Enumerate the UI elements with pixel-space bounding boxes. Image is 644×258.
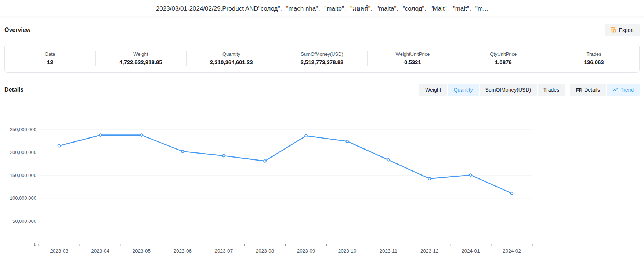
x-axis-label: 2023-08 [256,248,274,254]
x-axis-label: 2023-09 [297,248,315,254]
data-point [140,134,143,136]
y-axis-label: 150,000,000 [10,173,36,178]
data-point [222,155,225,157]
stat-value: 4,722,632,918.85 [119,59,162,65]
tab-details-view[interactable]: Details [570,84,606,96]
stat-trades: Trades 136,063 [549,44,639,72]
trend-icon [612,87,618,93]
tab-trades[interactable]: Trades [538,84,565,96]
stat-weight: Weight 4,722,632,918.85 [95,44,186,72]
x-axis-label: 2024-01 [462,248,480,254]
stat-label: Weight [133,51,148,57]
stat-date: Date 12 [5,44,95,72]
stat-label: SumOfMoney(USD) [301,51,343,57]
x-axis-label: 2023-10 [338,248,357,254]
data-point [511,192,513,195]
export-icon [611,27,616,33]
stat-value: 1.0876 [495,59,512,65]
stat-weight-unit-price: WeightUnitPrice 0.5321 [367,44,458,72]
top-title-bar: 2023/03/01-2024/02/29,Product AND"солод"… [0,0,644,16]
stat-value: 2,512,773,378.82 [301,59,344,65]
trend-chart[interactable]: 50,000,000100,000,000150,000,000200,000,… [4,102,538,258]
details-heading: Details [4,86,23,93]
table-icon [576,87,582,93]
y-axis-label: 50,000,000 [12,218,36,224]
data-point [305,134,307,137]
y-axis-label: 200,000,000 [10,150,36,155]
stat-value: 2,310,364,601.23 [210,59,253,65]
x-axis-label: 2023-03 [50,248,68,254]
overview-stats-card: Date 12 Weight 4,722,632,918.85 Quantity… [4,44,640,73]
details-controls: Weight Quantity SumOfMoney(USD) Trades D… [419,84,640,96]
tab-sum-of-money[interactable]: SumOfMoney(USD) [480,84,537,96]
x-axis-label: 2023-06 [174,248,192,254]
stat-label: QtyUnitPrice [490,51,517,57]
x-axis-label: 2023-12 [420,248,439,254]
trend-line [59,135,512,194]
stat-qty-unit-price: QtyUnitPrice 1.0876 [458,44,549,72]
x-axis-label: 2023-05 [132,248,151,254]
overview-header-row: Overview Export [4,24,640,36]
x-axis-label: 2023-04 [91,248,109,254]
stat-label: Date [45,51,55,57]
x-axis-label: 2024-02 [503,248,521,254]
page-title: 2023/03/01-2024/02/29,Product AND"солод"… [156,3,488,13]
trend-chart-area: 50,000,000100,000,000150,000,000200,000,… [4,102,640,258]
data-point [181,150,184,153]
y-axis-label: 0 [34,242,36,247]
view-tab-group: Details Trend [570,84,640,96]
y-axis-label: 100,000,000 [10,195,36,201]
export-button-label: Export [619,27,634,33]
data-point [346,140,348,143]
data-point [428,177,431,180]
tab-trend-view[interactable]: Trend [607,84,640,96]
tab-weight[interactable]: Weight [419,84,447,96]
x-axis-label: 2023-11 [379,248,397,254]
stat-quantity: Quantity 2,310,364,601.23 [186,44,277,72]
stat-label: Quantity [222,51,240,57]
stat-value: 12 [47,59,53,65]
y-axis-label: 250,000,000 [10,127,36,132]
main-content: Overview Export Date 12 Weight 4,722,632… [0,24,644,258]
data-point [264,160,266,162]
stat-value: 0.5321 [404,59,421,65]
data-point [58,145,61,147]
tab-quantity[interactable]: Quantity [448,84,478,96]
tab-details-label: Details [584,87,600,93]
stat-sum-of-money: SumOfMoney(USD) 2,512,773,378.82 [277,44,368,72]
export-button[interactable]: Export [605,24,640,36]
tab-trend-label: Trend [621,87,634,93]
metric-tab-group: Weight Quantity SumOfMoney(USD) Trades [419,84,565,96]
overview-heading: Overview [4,27,30,33]
data-point [387,159,390,161]
stat-label: Trades [587,51,601,57]
details-header-row: Details Weight Quantity SumOfMoney(USD) … [4,84,640,96]
data-point [99,134,102,136]
data-point [469,174,472,176]
stat-label: WeightUnitPrice [395,51,430,57]
x-axis-label: 2023-07 [215,248,233,254]
stat-value: 136,063 [584,59,604,65]
